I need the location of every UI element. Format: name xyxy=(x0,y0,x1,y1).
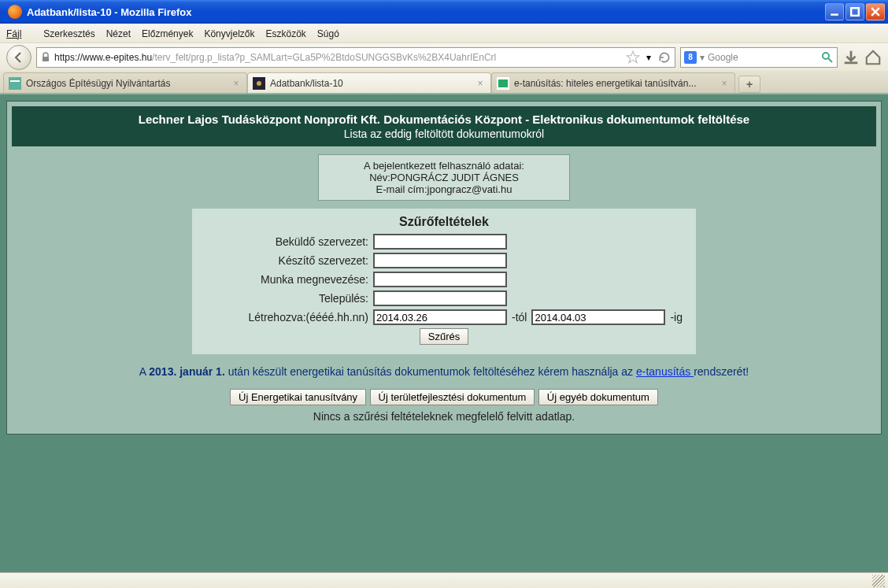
tab-strip: Országos Építésügyi Nyilvántartás × Adat… xyxy=(0,71,888,94)
tab-0[interactable]: Országos Építésügyi Nyilvántartás × xyxy=(3,72,247,93)
tab-close-icon[interactable]: × xyxy=(231,78,242,89)
browser-menubar: Fájl Szerkesztés Nézet Előzmények Könyvj… xyxy=(0,24,888,43)
page-viewport: Lechner Lajos Tudásközpont Nonprofit Kft… xyxy=(0,94,888,572)
window-maximize-button[interactable] xyxy=(845,3,864,20)
filter-label-keszito: Készítő szervezet: xyxy=(200,254,373,267)
menu-edit[interactable]: Szerkesztés xyxy=(43,28,94,39)
window-minimize-button[interactable] xyxy=(825,3,844,20)
date-from-suffix: -tól xyxy=(512,311,527,324)
search-bar[interactable]: 8 ▾ Google xyxy=(680,47,838,68)
page-subtitle: Lista az eddig feltöltött dokumentumokró… xyxy=(17,128,871,140)
svg-rect-10 xyxy=(498,80,508,87)
resize-grip-icon[interactable] xyxy=(872,575,885,587)
menu-history[interactable]: Előzmények xyxy=(142,28,193,39)
window-title: Adatbank/lista-10 - Mozilla Firefox xyxy=(27,6,825,18)
menu-file[interactable]: Fájl xyxy=(6,28,32,39)
tab-favicon-1 xyxy=(253,77,265,90)
filter-label-munka: Munka megnevezése: xyxy=(200,273,373,286)
filter-input-munka[interactable] xyxy=(373,272,507,287)
svg-rect-4 xyxy=(845,61,858,64)
menu-bookmarks[interactable]: Könyvjelzők xyxy=(204,28,254,39)
date-to-suffix: -ig xyxy=(670,311,683,324)
window-close-button[interactable] xyxy=(866,3,885,20)
downloads-icon[interactable] xyxy=(842,49,860,66)
reload-icon[interactable] xyxy=(657,50,672,65)
bookmark-star-icon[interactable] xyxy=(626,50,640,65)
new-other-doc-button[interactable]: Új egyéb dokumentum xyxy=(538,389,658,405)
svg-point-3 xyxy=(823,53,829,59)
url-text: https://www.e-epites.hu/terv_felt/prg.p_… xyxy=(54,52,624,63)
tab-favicon-0 xyxy=(9,77,21,90)
filter-label-date: Létrehozva:(éééé.hh.nn) xyxy=(200,311,373,324)
lock-icon xyxy=(40,52,51,63)
home-icon[interactable] xyxy=(864,49,882,66)
tab-favicon-2 xyxy=(497,77,509,90)
new-regional-doc-button[interactable]: Új területfejlesztési dokumentum xyxy=(370,389,535,405)
page-header-banner: Lechner Lajos Tudásközpont Nonprofit Kft… xyxy=(12,106,876,146)
filter-title: Szűrőfeltételek xyxy=(200,215,688,229)
google-search-icon: 8 xyxy=(684,51,697,64)
new-tab-button[interactable]: + xyxy=(738,76,760,93)
filter-input-date-to[interactable] xyxy=(531,309,665,325)
menu-view[interactable]: Nézet xyxy=(106,28,131,39)
action-button-row: Új Energetikai tanusítvány Új területfej… xyxy=(7,389,881,405)
menu-help[interactable]: Súgó xyxy=(317,28,339,39)
tab-label: Országos Építésügyi Nyilvántartás xyxy=(26,78,231,89)
svg-rect-5 xyxy=(9,77,21,90)
page-container: Lechner Lajos Tudásközpont Nonprofit Kft… xyxy=(6,101,882,435)
filter-submit-button[interactable]: Szűrés xyxy=(420,328,468,345)
dropdown-icon[interactable]: ▾ xyxy=(642,50,656,65)
tab-close-icon[interactable]: × xyxy=(719,78,730,89)
svg-rect-0 xyxy=(831,13,838,15)
window-titlebar: Adatbank/lista-10 - Mozilla Firefox xyxy=(0,0,888,24)
browser-nav-toolbar: https://www.e-epites.hu/terv_felt/prg.p_… xyxy=(0,43,888,71)
firefox-icon xyxy=(8,5,22,19)
search-icon[interactable] xyxy=(821,51,834,64)
user-info-box: A bejelentkezett felhasználó adatai: Név… xyxy=(318,154,570,201)
tab-label: Adatbank/lista-10 xyxy=(270,78,475,89)
filter-label-telepules: Település: xyxy=(200,292,373,305)
filter-input-telepules[interactable] xyxy=(373,290,507,306)
new-energy-cert-button[interactable]: Új Energetikai tanusítvány xyxy=(230,389,366,405)
user-info-line: A bejelentkezett felhasználó adatai: xyxy=(327,160,561,172)
svg-point-8 xyxy=(257,81,261,86)
empty-result-message: Nincs a szűrési feltételeknek megfelelő … xyxy=(7,410,881,423)
back-button[interactable] xyxy=(6,45,31,70)
filter-panel: Szűrőfeltételek Beküldő szervezet: Készí… xyxy=(192,209,696,354)
filter-input-bekuldo[interactable] xyxy=(373,234,507,250)
filter-label-bekuldo: Beküldő szervezet: xyxy=(200,235,373,248)
tab-label: e-tanúsítás: hiteles energetikai tanúsít… xyxy=(514,78,719,89)
filter-input-date-from[interactable] xyxy=(373,309,507,325)
notice-text: A 2013. január 1. után készült energetik… xyxy=(15,365,873,378)
svg-rect-2 xyxy=(43,57,49,61)
svg-rect-1 xyxy=(851,8,859,16)
tab-2[interactable]: e-tanúsítás: hiteles energetikai tanúsít… xyxy=(491,72,735,93)
search-placeholder: Google xyxy=(708,52,821,63)
notice-link[interactable]: e-tanusítás xyxy=(636,365,694,378)
tab-close-icon[interactable]: × xyxy=(475,78,486,89)
url-bar[interactable]: https://www.e-epites.hu/terv_felt/prg.p_… xyxy=(36,47,675,68)
user-info-line: E-mail cím:jpongracz@vati.hu xyxy=(327,183,561,195)
window-statusbar xyxy=(0,572,888,588)
svg-rect-6 xyxy=(10,80,20,82)
page-title: Lechner Lajos Tudásközpont Nonprofit Kft… xyxy=(17,113,871,126)
filter-input-keszito[interactable] xyxy=(373,253,507,268)
tab-1[interactable]: Adatbank/lista-10 × xyxy=(247,72,491,93)
menu-tools[interactable]: Eszközök xyxy=(265,28,305,39)
user-info-line: Név:PONGRÁCZ JUDIT ÁGNES xyxy=(327,172,561,183)
